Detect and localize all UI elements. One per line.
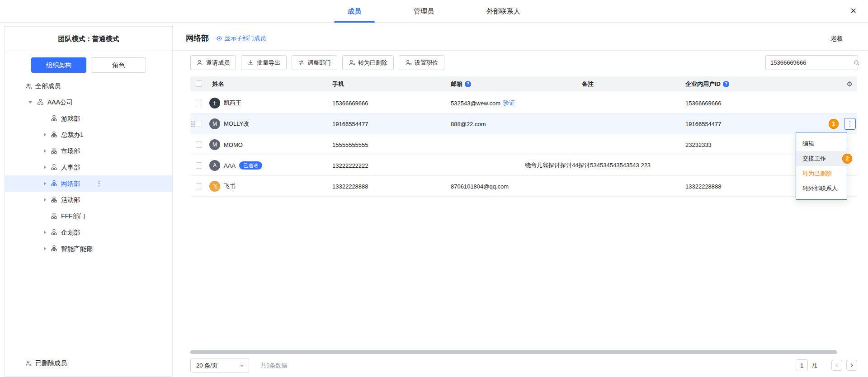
sidebar-item-ceo-office[interactable]: 总裁办1 xyxy=(5,127,172,143)
sidebar-item-company[interactable]: AAA公司 xyxy=(5,94,172,110)
tab-external-contacts[interactable]: 外部联系人 xyxy=(473,0,534,23)
tab-members[interactable]: 成员 xyxy=(334,0,375,23)
annotation-step-2-badge: 2 xyxy=(842,154,852,164)
menu-item-to-external-contact[interactable]: 转外部联系人 xyxy=(796,181,847,196)
table-row[interactable]: M MOMO 15555555555 23232333 xyxy=(190,134,857,155)
search-icon[interactable] xyxy=(854,60,860,66)
sidebar-item-activity[interactable]: 活动部 xyxy=(5,192,172,208)
table-row[interactable]: M MOLLY改 19166554477 888@22.com 19166554… xyxy=(190,113,857,134)
caret-right-icon[interactable] xyxy=(44,149,46,153)
table-row[interactable]: A AAA 已邀请 13222222222 绕弯儿翁探讨探讨44探讨534534… xyxy=(190,155,857,176)
download-icon xyxy=(247,59,254,66)
sidebar-item-marketing[interactable]: 市场部 xyxy=(5,143,172,159)
sidebar-item-fff[interactable]: FFF部门 xyxy=(5,208,172,224)
org-icon xyxy=(51,132,57,137)
column-header-name: 姓名 xyxy=(212,76,224,91)
button-label: 批量导出 xyxy=(257,59,280,67)
sidebar-item-deleted-members[interactable]: 已删除成员 xyxy=(5,355,172,371)
total-records-label: 共5条数据 xyxy=(260,358,287,373)
move-to-deleted-button[interactable]: 转为已删除 xyxy=(342,55,394,70)
button-label: 设置职位 xyxy=(415,59,438,67)
sidebar-item-games[interactable]: 游戏部 xyxy=(5,110,172,127)
caret-right-icon[interactable] xyxy=(44,165,46,169)
set-position-button[interactable]: 设置职位 xyxy=(399,55,444,70)
member-remark xyxy=(513,113,662,134)
invited-status-badge: 已邀请 xyxy=(239,161,262,170)
org-structure-button[interactable]: 组织架构 xyxy=(31,57,86,73)
menu-item-edit[interactable]: 编辑 xyxy=(796,136,847,151)
caret-right-icon[interactable] xyxy=(44,182,46,185)
help-icon[interactable]: ? xyxy=(465,81,471,87)
invite-members-button[interactable]: 邀请成员 xyxy=(190,55,236,70)
caret-down-icon[interactable] xyxy=(28,101,32,104)
tab-group: 成员 管理员 外部联系人 xyxy=(334,0,534,23)
sidebar-item-all-members[interactable]: 全部成员 xyxy=(5,78,172,94)
sidebar-item-label: FFF部门 xyxy=(61,208,85,224)
caret-right-icon[interactable] xyxy=(44,231,46,234)
org-sidebar: 团队模式：普通模式 组织架构 角色 全部成员 AAA公司 游戏部 总裁办1 xyxy=(5,26,173,377)
person-add-icon xyxy=(197,59,203,66)
org-icon xyxy=(51,229,57,235)
sidebar-item-label: 智能产能部 xyxy=(61,240,93,257)
search-input[interactable] xyxy=(766,59,854,66)
row-more-actions-button[interactable]: ⋮ xyxy=(844,118,856,130)
member-remark xyxy=(513,134,662,155)
select-all-checkbox[interactable] xyxy=(196,80,202,87)
row-checkbox[interactable] xyxy=(196,100,202,106)
member-name: 飞书 xyxy=(224,182,236,190)
member-name: AAA xyxy=(224,162,236,169)
drag-handle-icon[interactable] xyxy=(191,121,196,127)
org-icon xyxy=(51,164,57,170)
member-remark xyxy=(513,176,662,197)
department-tree: 全部成员 AAA公司 游戏部 总裁办1 市场部 xyxy=(5,78,172,257)
batch-export-button[interactable]: 批量导出 xyxy=(241,55,287,70)
row-checkbox[interactable] xyxy=(196,141,202,148)
person-badge-icon xyxy=(405,59,412,66)
sidebar-item-smart-capacity[interactable]: 智能产能部 xyxy=(5,240,172,257)
member-email: 888@22.com xyxy=(451,121,486,127)
member-name: 凯西王 xyxy=(224,99,241,107)
adjust-department-button[interactable]: 调整部门 xyxy=(292,55,337,70)
member-toolbar: 邀请成员 批量导出 调整部门 转为已删除 设置职位 xyxy=(190,55,444,70)
member-name: MOMO xyxy=(224,141,243,148)
member-email: 8706101804@qq.com xyxy=(451,183,509,190)
table-row[interactable]: 王 凯西王 15366669666 532543@wew.com 验证 1536… xyxy=(190,93,857,113)
admin-member-management-screen: 成员 管理员 外部联系人 × 团队模式：普通模式 组织架构 角色 全部成员 AA… xyxy=(0,0,868,377)
roles-button[interactable]: 角色 xyxy=(91,57,146,73)
org-icon xyxy=(51,245,57,251)
next-page-button[interactable] xyxy=(846,360,857,371)
org-icon xyxy=(51,180,57,186)
department-header: 网络部 显示子部门成员 老板 xyxy=(173,26,868,51)
org-icon xyxy=(51,213,57,219)
member-remark xyxy=(513,93,662,113)
table-row[interactable]: 飞 飞书 13322228888 8706101804@qq.com 13322… xyxy=(190,176,857,197)
show-sub-department-link[interactable]: 显示子部门成员 xyxy=(216,26,266,51)
avatar: 飞 xyxy=(209,181,220,192)
previous-page-button[interactable] xyxy=(831,360,842,371)
menu-item-move-to-deleted[interactable]: 转为已删除 xyxy=(796,166,847,181)
sidebar-item-planning[interactable]: 企划部 xyxy=(5,224,172,240)
menu-item-handover-work[interactable]: 交接工作 xyxy=(796,151,847,166)
sidebar-item-network[interactable]: 网络部 ⋮ xyxy=(5,175,172,192)
button-label: 邀请成员 xyxy=(206,59,230,67)
caret-right-icon[interactable] xyxy=(44,133,46,137)
sidebar-item-hr[interactable]: 人事部 xyxy=(5,159,172,175)
close-icon[interactable]: × xyxy=(850,5,856,17)
row-checkbox[interactable] xyxy=(196,121,202,127)
page-number-input[interactable] xyxy=(796,359,808,371)
column-settings-gear-icon[interactable]: ⚙ xyxy=(847,76,853,91)
page-size-select[interactable]: 20 条/页 xyxy=(190,358,249,373)
sidebar-segment-buttons: 组织架构 角色 xyxy=(5,57,172,73)
tab-admins[interactable]: 管理员 xyxy=(400,0,448,23)
deleted-member-icon xyxy=(25,360,32,367)
table-header: 姓名 手机 邮箱? 备注 企业内用户ID? ⚙ xyxy=(190,76,857,91)
more-actions-icon[interactable]: ⋮ xyxy=(95,175,103,192)
caret-right-icon[interactable] xyxy=(44,247,46,250)
member-email-cell: 532543@wew.com 验证 xyxy=(451,93,515,113)
sidebar-item-label: 总裁办1 xyxy=(61,127,84,143)
row-checkbox[interactable] xyxy=(196,183,202,189)
horizontal-scrollbar[interactable] xyxy=(190,350,837,354)
row-checkbox[interactable] xyxy=(196,162,202,169)
caret-right-icon[interactable] xyxy=(44,198,46,202)
help-icon[interactable]: ? xyxy=(723,81,729,87)
